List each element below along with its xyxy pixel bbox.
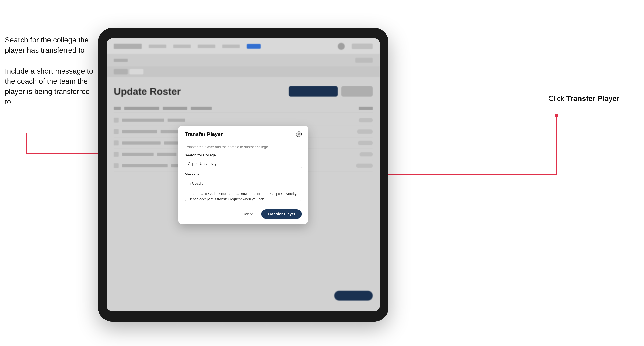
modal-subtitle: Transfer the player and their profile to… (185, 145, 302, 149)
message-textarea[interactable]: Hi Coach, I understand Chris Robertson h… (185, 178, 302, 201)
annotation-right-text: Click Transfer Player (548, 94, 620, 103)
annotation-right: Click Transfer Player (548, 94, 620, 103)
app-background: Update Roster (107, 38, 380, 311)
tablet-screen: Update Roster (107, 38, 380, 311)
tablet-device: Update Roster (98, 28, 388, 322)
svg-point-8 (555, 114, 558, 117)
cancel-button[interactable]: Cancel (239, 210, 258, 218)
annotation-text-1: Search for the college the player has tr… (5, 35, 96, 56)
annotation-text-2: Include a short message to the coach of … (5, 66, 96, 107)
modal-overlay: Transfer Player × Transfer the player an… (107, 38, 380, 311)
transfer-player-modal: Transfer Player × Transfer the player an… (178, 126, 308, 224)
modal-header: Transfer Player × (178, 126, 308, 141)
modal-close-button[interactable]: × (296, 131, 302, 137)
modal-footer: Cancel Transfer Player (178, 206, 308, 224)
message-label: Message (185, 172, 302, 176)
search-college-input[interactable] (185, 159, 302, 169)
search-college-label: Search for College (185, 153, 302, 157)
modal-body: Transfer the player and their profile to… (178, 141, 308, 206)
annotation-left: Search for the college the player has tr… (5, 35, 96, 118)
transfer-player-button[interactable]: Transfer Player (261, 209, 302, 219)
modal-title: Transfer Player (185, 131, 223, 137)
